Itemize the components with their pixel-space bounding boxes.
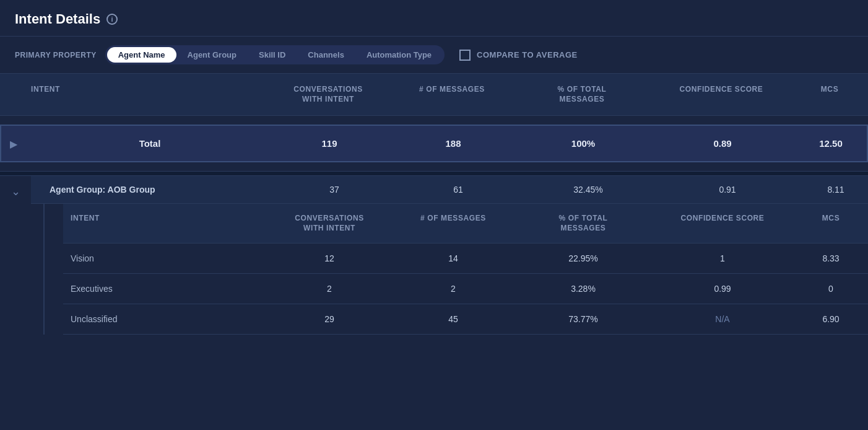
row-confidence-unclassified: N/A — [651, 304, 794, 334]
row-messages-unclassified: 45 — [391, 304, 515, 334]
tab-agent-group[interactable]: Agent Group — [176, 47, 248, 63]
col-header-messages: # OF MESSAGES — [390, 74, 514, 115]
row-confidence-executives: 0.99 — [651, 274, 794, 304]
row-conversations-executives: 2 — [267, 274, 391, 304]
total-mcs: 12.50 — [794, 126, 868, 161]
primary-property-bar: PRIMARY PROPERTY Agent Name Agent Group … — [0, 37, 868, 74]
row-conversations-vision: 12 — [267, 244, 391, 273]
total-confidence: 0.89 — [651, 126, 794, 161]
group-name: Agent Group: AOB Group — [50, 176, 272, 203]
sub-col-conversations: CONVERSATIONSWITH INTENT — [267, 204, 391, 243]
row-mcs-unclassified: 6.90 — [794, 304, 868, 334]
expand-icon[interactable]: ▶ — [10, 138, 17, 149]
sub-table: INTENT CONVERSATIONSWITH INTENT # OF MES… — [43, 204, 868, 335]
total-row: ▶ Total 119 188 100% 0.89 12.50 — [0, 125, 868, 162]
sub-table-header: INTENT CONVERSATIONSWITH INTENT # OF MES… — [63, 204, 868, 244]
tab-automation-type[interactable]: Automation Type — [355, 47, 443, 63]
col-header-intent: INTENT — [31, 74, 266, 115]
group-row: Agent Group: AOB Group 37 61 32.45% 0.91… — [31, 176, 868, 204]
info-icon[interactable]: i — [106, 14, 118, 25]
sub-col-confidence: CONFIDENCE SCORE — [651, 204, 794, 243]
row-intent-executives: Executives — [63, 274, 267, 304]
row-messages-vision: 14 — [391, 244, 515, 273]
compare-label: COMPARE TO AVERAGE — [477, 50, 578, 59]
main-table: INTENT CONVERSATIONSWITH INTENT # OF MES… — [0, 74, 868, 335]
group-section: ⌄ Agent Group: AOB Group 37 61 32.45% 0.… — [0, 176, 868, 335]
table-row: Executives 2 2 3.28% 0.99 0 — [63, 274, 868, 304]
col-header-confidence: CONFIDENCE SCORE — [650, 74, 792, 115]
tab-agent-name[interactable]: Agent Name — [107, 47, 176, 63]
col-header-conversations: CONVERSATIONSWITH INTENT — [266, 74, 390, 115]
table-row: Unclassified 29 45 73.77% N/A 6.90 — [63, 304, 868, 335]
tab-skill-id[interactable]: Skill ID — [248, 47, 297, 63]
sub-col-mcs: MCS — [794, 204, 868, 243]
property-tabs: Agent Name Agent Group Skill ID Channels… — [105, 45, 445, 64]
sub-col-messages: # OF MESSAGES — [391, 204, 515, 243]
sub-col-pct: % OF TOTALMESSAGES — [515, 204, 651, 243]
compare-checkbox[interactable] — [459, 50, 471, 61]
total-conversations: 119 — [267, 126, 391, 161]
group-conversations: 37 — [272, 176, 396, 203]
sub-col-intent: INTENT — [63, 204, 267, 243]
group-messages: 61 — [396, 176, 520, 203]
row-messages-executives: 2 — [391, 274, 515, 304]
total-intent: Total — [32, 126, 267, 161]
group-pct: 32.45% — [520, 176, 656, 203]
row-mcs-executives: 0 — [794, 274, 868, 304]
row-mcs-vision: 8.33 — [794, 244, 868, 273]
group-confidence: 0.91 — [656, 176, 799, 203]
compare-section: COMPARE TO AVERAGE — [459, 50, 578, 61]
table-row: Vision 12 14 22.95% 1 8.33 — [63, 244, 868, 274]
row-conversations-unclassified: 29 — [267, 304, 391, 334]
total-messages: 188 — [391, 126, 515, 161]
row-confidence-vision: 1 — [651, 244, 794, 273]
group-content: Agent Group: AOB Group 37 61 32.45% 0.91… — [31, 176, 868, 335]
row-pct-unclassified: 73.77% — [515, 304, 651, 334]
col-header-mcs: MCS — [792, 74, 867, 115]
total-pct: 100% — [515, 126, 651, 161]
page-header: Intent Details i — [0, 0, 868, 37]
row-intent-unclassified: Unclassified — [63, 304, 267, 334]
row-pct-executives: 3.28% — [515, 274, 651, 304]
primary-property-label: PRIMARY PROPERTY — [15, 51, 97, 59]
row-intent-vision: Vision — [63, 244, 267, 273]
col-header-pct: % OF TOTALMESSAGES — [514, 74, 650, 115]
group-expand-icon[interactable]: ⌄ — [0, 176, 31, 335]
page-title: Intent Details — [15, 11, 100, 27]
tab-channels[interactable]: Channels — [297, 47, 355, 63]
main-table-header: INTENT CONVERSATIONSWITH INTENT # OF MES… — [0, 74, 868, 116]
group-mcs: 8.11 — [799, 176, 868, 203]
row-pct-vision: 22.95% — [515, 244, 651, 273]
